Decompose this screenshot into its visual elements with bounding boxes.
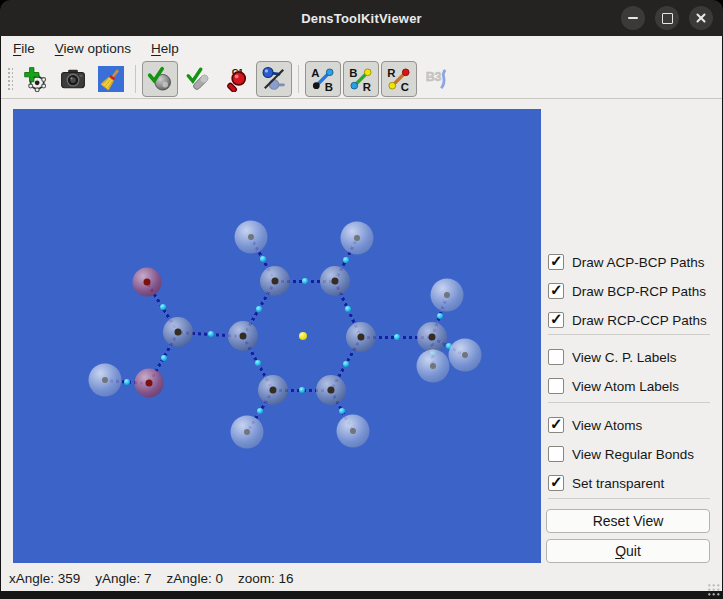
checkbox-view-atoms[interactable]: View Atoms — [548, 416, 718, 434]
add-molecule-icon — [22, 66, 48, 92]
atom-nucleus-C — [175, 329, 182, 336]
cp-labels-button[interactable]: C1 — [218, 61, 254, 97]
menubar: File View options Help — [1, 36, 722, 60]
camera-icon — [60, 66, 86, 92]
toggle-atoms-button[interactable] — [142, 61, 178, 97]
svg-text:B3: B3 — [426, 70, 442, 84]
atom-nucleus-H — [462, 352, 468, 358]
cp-magnifier-icon: C1 — [223, 66, 249, 92]
checkbox-view-cp-labels[interactable]: View C. P. Labels — [548, 348, 718, 366]
atom-nucleus-H — [444, 292, 450, 298]
b3-paths-icon: B3 — [424, 66, 450, 92]
status-zoom: zoom: 16 — [238, 571, 294, 586]
atom-nucleus-C — [240, 333, 247, 340]
transparent-sphere-icon — [261, 66, 287, 92]
checkbox-draw-bcp-rcp-paths[interactable]: Draw BCP-RCP Paths — [548, 282, 718, 300]
toggle-bonds-button[interactable] — [180, 61, 216, 97]
checkbox-set-transparent[interactable]: Set transparent — [548, 474, 718, 492]
svg-text:A: A — [311, 67, 319, 79]
svg-text:B: B — [349, 67, 357, 79]
atom-nucleus-C — [328, 387, 335, 394]
atom-nucleus-O — [144, 279, 151, 286]
checkbox-box — [548, 475, 564, 491]
window-controls — [621, 6, 713, 30]
bcp-marker — [124, 379, 130, 385]
panel-separator — [548, 402, 710, 403]
rcp-ccp-icon: R C — [386, 66, 412, 92]
window-title: DensToolKitViewer — [301, 11, 422, 26]
rcp-ccp-paths-button[interactable]: R C — [381, 61, 417, 97]
bcp-marker — [255, 360, 261, 366]
svg-text:C: C — [401, 81, 409, 92]
atom-nucleus-C — [272, 278, 279, 285]
acp-bcp-icon: A B — [310, 66, 336, 92]
checkbox-view-atom-labels[interactable]: View Atom Labels — [548, 377, 718, 395]
checkbox-box — [548, 312, 564, 328]
toolbar-separator — [298, 65, 299, 93]
maximize-icon — [662, 13, 673, 24]
add-molecule-button[interactable] — [17, 61, 53, 97]
bcp-marker — [343, 257, 349, 263]
resize-grip[interactable] — [707, 583, 720, 596]
toolbar: C1 — [1, 60, 722, 99]
transparency-button[interactable] — [256, 61, 292, 97]
bcp-marker — [299, 387, 305, 393]
rcp-marker — [299, 332, 307, 340]
check-bond-icon — [185, 66, 211, 92]
minimize-button[interactable] — [621, 6, 645, 30]
checkbox-box — [548, 417, 564, 433]
statusbar: xAngle: 359 yAngle: 7 zAngle: 0 zoom: 16 — [1, 565, 722, 591]
checkbox-draw-acp-bcp-paths[interactable]: Draw ACP-BCP Paths — [548, 253, 718, 271]
status-yangle: yAngle: 7 — [95, 571, 151, 586]
svg-text:R: R — [387, 67, 395, 79]
bcp-marker — [339, 408, 345, 414]
camera-snapshot-button[interactable] — [55, 61, 91, 97]
quit-button[interactable]: Quit — [546, 539, 710, 563]
gl-viewport[interactable] — [13, 109, 541, 563]
app-window: DensToolKitViewer File View options Help — [0, 0, 723, 599]
checkbox-draw-rcp-ccp-paths[interactable]: Draw RCP-CCP Paths — [548, 311, 718, 329]
bcp-rcp-paths-button[interactable]: B R — [343, 61, 379, 97]
status-zangle: zAngle: 0 — [167, 571, 223, 586]
svg-text:R: R — [363, 81, 371, 92]
menu-view-options[interactable]: View options — [45, 38, 141, 59]
status-xangle: xAngle: 359 — [9, 571, 80, 586]
clean-view-button[interactable] — [93, 61, 129, 97]
close-button[interactable] — [689, 6, 713, 30]
bcp-marker — [161, 355, 167, 361]
checkbox-box — [548, 349, 564, 365]
atom-nucleus-H — [354, 235, 360, 241]
menu-file[interactable]: File — [3, 38, 45, 59]
bcp-marker — [437, 313, 443, 319]
titlebar[interactable]: DensToolKitViewer — [0, 0, 723, 36]
toolbar-grip[interactable] — [6, 66, 13, 92]
checkbox-box — [548, 446, 564, 462]
reset-view-button[interactable]: Reset View — [546, 509, 710, 533]
maximize-button[interactable] — [655, 6, 679, 30]
menu-help[interactable]: Help — [141, 38, 189, 59]
acp-bcp-paths-button[interactable]: A B — [305, 61, 341, 97]
bcp-marker — [394, 334, 400, 340]
check-atom-icon — [147, 66, 173, 92]
bcp-marker — [343, 361, 349, 367]
atom-nucleus-C — [270, 387, 277, 394]
bcp-marker — [257, 408, 263, 414]
checkbox-view-regular-bonds[interactable]: View Regular Bonds — [548, 445, 718, 463]
bcp-marker — [160, 304, 166, 310]
atom-nucleus-C — [358, 334, 365, 341]
svg-text:B: B — [325, 81, 333, 92]
bcp-marker — [302, 278, 308, 284]
checkbox-box — [548, 283, 564, 299]
toolbar-separator — [135, 65, 136, 93]
b3-paths-button[interactable]: B3 — [419, 61, 455, 97]
atom-nucleus-H — [430, 363, 436, 369]
checkbox-box — [548, 378, 564, 394]
close-icon — [695, 12, 707, 24]
atom-nucleus-H — [248, 234, 254, 240]
atom-nucleus-C — [429, 334, 436, 341]
atom-nucleus-H — [244, 429, 250, 435]
minimize-icon — [628, 17, 638, 19]
bcp-marker — [260, 256, 266, 262]
atom-nucleus-C — [332, 278, 339, 285]
bcp-marker — [345, 306, 351, 312]
